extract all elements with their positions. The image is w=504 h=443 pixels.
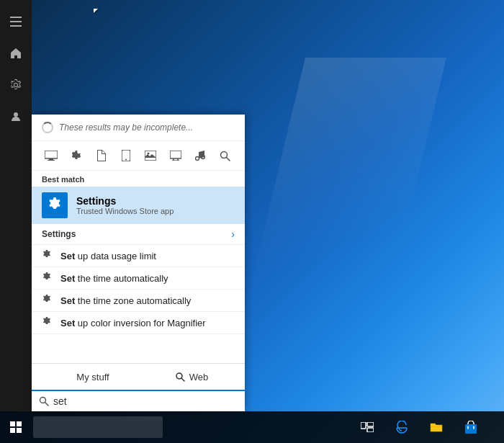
tab-web[interactable]: Web [138, 364, 245, 390]
best-match-header: Best match [32, 171, 245, 187]
svg-point-8 [125, 159, 127, 161]
settings-section-header[interactable]: Settings › [32, 224, 245, 245]
svg-point-15 [196, 157, 199, 161]
sidebar-hamburger[interactable] [0, 6, 32, 37]
svg-point-3 [14, 112, 18, 117]
cat-icon-photo[interactable] [140, 146, 161, 166]
svg-line-18 [227, 157, 230, 161]
tab-my-stuff-label: My stuff [76, 372, 109, 382]
loading-spinner [42, 122, 53, 133]
sidebar-user[interactable] [0, 101, 32, 133]
search-web-icon [175, 372, 185, 382]
svg-rect-6 [48, 160, 55, 161]
best-match-info: Settings Trusted Windows Store app [76, 195, 235, 215]
svg-rect-23 [361, 422, 366, 429]
cat-icon-display[interactable] [166, 146, 186, 166]
start-sidebar [0, 0, 32, 411]
settings-sub-item-3[interactable]: Set up color inversion for Magnifier [32, 312, 245, 334]
tab-web-label: Web [189, 372, 209, 382]
svg-rect-24 [367, 422, 374, 426]
cat-icon-tablet[interactable] [116, 146, 136, 166]
best-match-title: Settings [76, 195, 235, 207]
loading-text: These results may be incomplete... [59, 122, 193, 133]
settings-section: Settings › Set up data usage limit Set t… [32, 224, 245, 334]
settings-sub-item-0[interactable]: Set up data usage limit [32, 245, 245, 267]
svg-rect-25 [367, 428, 374, 432]
settings-sub-item-2[interactable]: Set the time zone automatically [32, 290, 245, 312]
svg-rect-0 [10, 17, 22, 18]
settings-sub-text-2: Set the time zone automatically [60, 295, 191, 306]
svg-rect-11 [170, 151, 181, 158]
svg-line-22 [45, 403, 49, 406]
store-button[interactable] [455, 411, 487, 443]
sidebar-settings[interactable] [0, 69, 32, 101]
settings-arrow-icon: › [231, 228, 235, 240]
settings-section-label: Settings [42, 229, 76, 239]
file-explorer-button[interactable] [420, 411, 452, 443]
taskbar-search-box[interactable] [33, 416, 163, 438]
settings-gear-icon-2 [42, 295, 53, 306]
start-windows-logo [10, 421, 22, 433]
settings-sub-text-3: Set up color inversion for Magnifier [60, 318, 206, 328]
windows-logo-icon [60, 371, 72, 382]
settings-gear-icon-3 [42, 317, 53, 328]
settings-gear-icon-1 [42, 272, 53, 284]
taskbar-pinned-icons [351, 411, 492, 443]
settings-sub-text-1: Set the time automatically [60, 273, 168, 284]
svg-rect-26 [465, 424, 477, 434]
cat-icon-search[interactable] [215, 146, 235, 166]
settings-app-icon [42, 192, 68, 218]
svg-line-20 [181, 378, 184, 381]
settings-sub-text-0: Set up data usage limit [60, 251, 156, 261]
svg-rect-2 [10, 25, 22, 27]
cat-icon-monitor[interactable] [41, 146, 61, 166]
best-match-subtitle: Trusted Windows Store app [76, 207, 235, 215]
search-input[interactable] [53, 395, 238, 407]
category-icons-row [32, 141, 245, 171]
search-bar-icon [39, 396, 49, 406]
svg-rect-5 [49, 158, 53, 160]
panel-spacer [32, 334, 245, 363]
taskview-button[interactable] [351, 411, 383, 443]
start-menu-panel: These results may be incomplete... [32, 115, 245, 411]
cat-icon-gear[interactable] [66, 146, 86, 166]
edge-button[interactable] [386, 411, 418, 443]
search-bar [32, 390, 245, 411]
sidebar-home[interactable] [0, 37, 32, 69]
settings-sub-item-1[interactable]: Set the time automatically [32, 267, 245, 290]
tab-my-stuff[interactable]: My stuff [32, 364, 138, 390]
cat-icon-document[interactable] [91, 146, 111, 166]
cat-icon-music[interactable] [190, 146, 210, 166]
svg-rect-1 [10, 21, 22, 22]
start-button[interactable] [0, 411, 32, 443]
settings-gear-icon-0 [42, 250, 53, 261]
best-match-settings[interactable]: Settings Trusted Windows Store app [32, 187, 245, 224]
svg-rect-4 [45, 151, 58, 158]
loading-bar: These results may be incomplete... [32, 115, 245, 141]
taskbar [0, 411, 504, 443]
bottom-tabs: My stuff Web [32, 363, 245, 390]
